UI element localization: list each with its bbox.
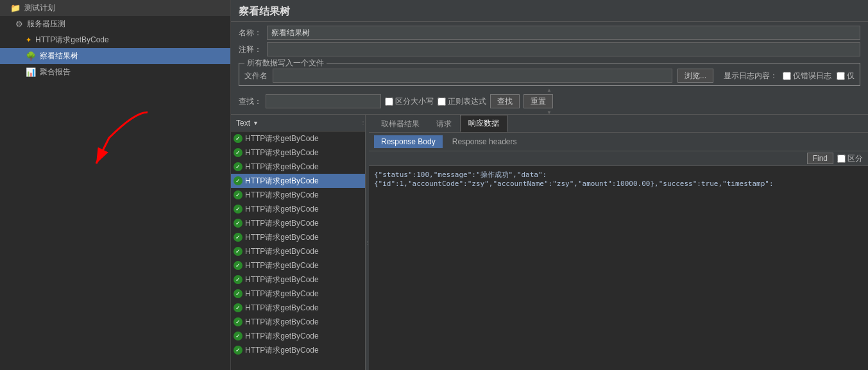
list-item[interactable]: ✓HTTP请求getByCode <box>231 160 365 174</box>
sidebar-item-test-plan[interactable]: 📁 测试计划 <box>0 0 230 16</box>
status-icon: ✓ <box>234 148 243 157</box>
status-icon: ✓ <box>234 317 243 326</box>
list-item-label: HTTP请求getByCode <box>245 190 319 201</box>
file-section: 所有数据写入一个文件 文件名 浏览... 显示日志内容： 仅错误日志 仅 <box>239 63 860 86</box>
response-toolbar: Find 区分 <box>369 151 868 166</box>
browse-button[interactable]: 浏览... <box>677 69 713 83</box>
response-case-checkbox[interactable] <box>837 155 846 163</box>
status-icon: ✓ <box>234 275 243 284</box>
list-item-label: HTTP请求getByCode <box>245 133 319 144</box>
regex-checkbox[interactable] <box>438 97 446 106</box>
list-item-label: HTTP请求getByCode <box>245 246 319 257</box>
list-item-label: HTTP请求getByCode <box>245 289 319 299</box>
search-label: 查找： <box>239 96 262 107</box>
list-item-label: HTTP请求getByCode <box>245 260 319 271</box>
sidebar-item-result-tree[interactable]: 🌳 察看结果树 <box>0 48 230 64</box>
tab-sampler-result[interactable]: 取样器结果 <box>373 115 428 132</box>
reset-button[interactable]: 重置 <box>523 94 553 108</box>
list-header: Text ▼ ⋮ <box>231 115 365 131</box>
list-item[interactable]: ✓HTTP请求getByCode <box>231 329 365 343</box>
status-icon: ✓ <box>234 261 243 270</box>
sidebar-item-server-pressure[interactable]: ⚙ 服务器压测 <box>0 16 230 32</box>
list-item[interactable]: ✓HTTP请求getByCode <box>231 174 365 188</box>
list-item[interactable]: ✓HTTP请求getByCode <box>231 216 365 230</box>
list-item[interactable]: ✓HTTP请求getByCode <box>231 244 365 258</box>
list-item[interactable]: ✓HTTP请求getByCode <box>231 258 365 273</box>
list-item-label: HTTP请求getByCode <box>245 162 319 172</box>
list-item[interactable]: ✓HTTP请求getByCode <box>231 287 365 301</box>
http-icon: ✦ <box>26 36 31 44</box>
list-type-label: Text <box>236 119 250 128</box>
comment-input[interactable] <box>267 42 860 56</box>
name-input[interactable] <box>267 26 860 40</box>
only-success-checkbox-label[interactable]: 仅 <box>837 71 855 81</box>
status-icon: ✓ <box>234 219 243 228</box>
find-button[interactable]: 查找 <box>490 94 520 108</box>
status-icon: ✓ <box>234 134 243 143</box>
comment-label: 注释： <box>239 44 262 55</box>
list-item-label: HTTP请求getByCode <box>245 204 319 215</box>
sidebar-item-label: 服务器压测 <box>27 19 65 29</box>
list-item[interactable]: ✓HTTP请求getByCode <box>231 202 365 216</box>
name-row: 名称： <box>239 26 860 40</box>
report-icon: 📊 <box>26 67 36 77</box>
detail-tabs: 取样器结果 请求 响应数据 <box>369 115 868 133</box>
sidebar-item-agg-report[interactable]: 📊 聚合报告 <box>0 64 230 80</box>
only-error-checkbox-label[interactable]: 仅错误日志 <box>783 71 831 81</box>
response-case-label[interactable]: 区分 <box>837 153 863 164</box>
list-item[interactable]: ✓HTTP请求getByCode <box>231 230 365 244</box>
file-row: 文件名 浏览... 显示日志内容： 仅错误日志 仅 <box>244 66 855 83</box>
sidebar-item-http-request[interactable]: ✦ HTTP请求getByCode <box>0 32 230 48</box>
bottom-split: Text ▼ ⋮ ✓HTTP请求getByCode✓HTTP请求getByCod… <box>231 114 868 370</box>
sidebar-item-label: 察看结果树 <box>40 51 78 62</box>
tab-response-body[interactable]: Response Body <box>374 135 443 148</box>
status-icon: ✓ <box>234 233 243 242</box>
response-find-button[interactable]: Find <box>807 153 833 164</box>
case-sensitive-text: 区分大小写 <box>395 96 434 107</box>
response-tabs: Response Body Response headers <box>369 133 868 151</box>
vertical-drag-handle[interactable]: ⋮ <box>362 120 365 126</box>
main-panel: 察看结果树 名称： 注释： 所有数据写入一个文件 文件名 浏览... 显示日志内… <box>231 0 868 370</box>
response-content: {"status":100,"message":"操作成功","data":{"… <box>369 166 868 370</box>
search-input[interactable] <box>266 94 381 108</box>
regex-label[interactable]: 正则表达式 <box>438 96 486 107</box>
log-content-label: 显示日志内容： <box>724 71 778 81</box>
list-item[interactable]: ✓HTTP请求getByCode <box>231 146 365 160</box>
page-title: 察看结果树 <box>231 0 868 22</box>
detail-panel: 取样器结果 请求 响应数据 Response Body Response hea… <box>369 115 868 370</box>
search-row: 查找： 区分大小写 正则表达式 查找 重置 <box>231 92 868 111</box>
form-section: 名称： 注释： <box>231 22 868 60</box>
tab-response-data[interactable]: 响应数据 <box>460 115 507 132</box>
list-item[interactable]: ✓HTTP请求getByCode <box>231 188 365 202</box>
list-item[interactable]: ✓HTTP请求getByCode <box>231 343 365 357</box>
file-path-input[interactable] <box>273 69 672 83</box>
case-sensitive-checkbox[interactable] <box>385 97 393 106</box>
only-success-label: 仅 <box>847 71 855 81</box>
comment-row: 注释： <box>239 42 860 56</box>
only-success-checkbox[interactable] <box>837 72 845 80</box>
list-item[interactable]: ✓HTTP请求getByCode <box>231 273 365 287</box>
only-error-checkbox[interactable] <box>783 72 791 80</box>
red-arrow <box>58 106 160 183</box>
list-item[interactable]: ✓HTTP请求getByCode <box>231 315 365 329</box>
tab-request[interactable]: 请求 <box>428 115 460 132</box>
file-section-title: 所有数据写入一个文件 <box>244 58 327 69</box>
status-icon: ✓ <box>234 176 243 185</box>
sidebar-item-label: 测试计划 <box>24 3 55 13</box>
list-item-label: HTTP请求getByCode <box>245 331 319 342</box>
case-sensitive-label[interactable]: 区分大小写 <box>385 96 434 107</box>
list-type-dropdown[interactable]: Text ▼ <box>231 119 362 128</box>
list-item-label: HTTP请求getByCode <box>245 317 319 328</box>
status-icon: ✓ <box>234 190 243 199</box>
status-icon: ✓ <box>234 162 243 171</box>
tab-response-headers[interactable]: Response headers <box>445 135 524 148</box>
folder-icon: 📁 <box>10 3 21 13</box>
list-item[interactable]: ✓HTTP请求getByCode <box>231 301 365 315</box>
list-item-label: HTTP请求getByCode <box>245 303 319 314</box>
only-error-label: 仅错误日志 <box>793 71 831 81</box>
name-label: 名称： <box>239 28 262 38</box>
list-item[interactable]: ✓HTTP请求getByCode <box>231 131 365 146</box>
sidebar: 📁 测试计划 ⚙ 服务器压测 ✦ HTTP请求getByCode 🌳 察看结果树… <box>0 0 231 370</box>
list-item-label: HTTP请求getByCode <box>245 176 319 187</box>
regex-text: 正则表达式 <box>448 96 486 107</box>
